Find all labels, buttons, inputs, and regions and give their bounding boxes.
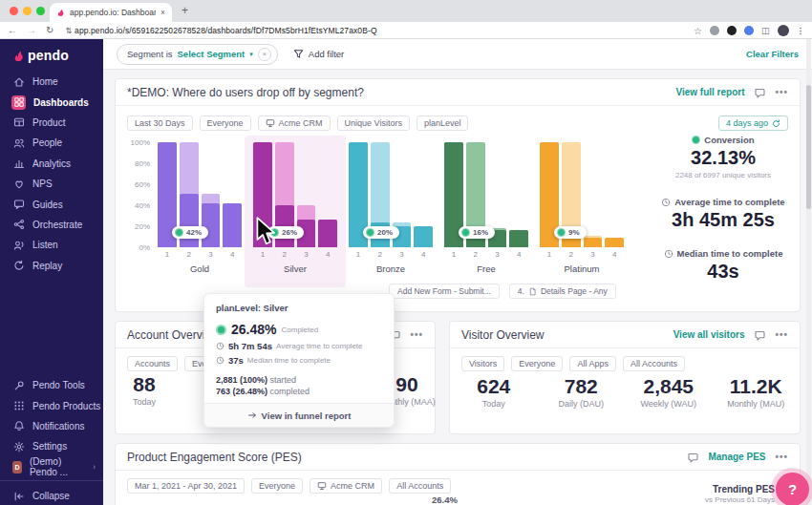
funnel-group-gold[interactable]: 42%1234Gold <box>152 142 247 274</box>
funnel-group-platinum[interactable]: 9%1234Platinum <box>534 142 630 274</box>
step-number: 1 <box>349 250 368 259</box>
step-number: 2 <box>275 250 294 259</box>
bar-step-value[interactable] <box>318 220 337 247</box>
conversion-badge: 16% <box>459 226 495 239</box>
tab-close-icon[interactable]: × <box>160 8 165 17</box>
funnel-bars: 26% <box>253 142 337 247</box>
sidebar-item-pendo-tools[interactable]: Pendo Tools <box>0 375 103 395</box>
sidebar-item-guides[interactable]: Guides <box>0 194 103 214</box>
bookmark-star-icon[interactable]: ☆ <box>694 26 702 36</box>
scrollbar-track[interactable] <box>806 39 811 505</box>
funnel-step-chip[interactable]: 4.Details Page - Any <box>509 284 616 299</box>
clear-filters-button[interactable]: Clear Filters <box>746 49 799 59</box>
sidebar-item-nps[interactable]: NPS <box>0 174 103 194</box>
step-number: 4 <box>414 250 433 259</box>
step-number: 2 <box>466 250 485 259</box>
bar-step-value[interactable] <box>414 226 433 247</box>
comment-icon[interactable] <box>754 329 765 341</box>
filter-chip[interactable]: All Apps <box>569 356 616 371</box>
comment-icon[interactable] <box>687 452 698 463</box>
url-text[interactable]: ⇅ app.pendo.io/s/6591622502678528/dashbo… <box>65 26 376 35</box>
window-zoom-button[interactable] <box>36 7 45 15</box>
conversion-badge: 42% <box>172 226 208 239</box>
sidebar-item-pendo-products[interactable]: Pendo Products <box>0 395 103 415</box>
bar-step-value[interactable] <box>605 238 624 247</box>
sidebar-item-dashboards[interactable]: Dashboards <box>0 92 103 112</box>
sidebar-item-demo-pendo[interactable]: D(Demo) Pendo ...› <box>0 457 103 477</box>
sidebar-item-people[interactable]: People <box>0 133 103 153</box>
dashboards-icon <box>11 95 26 110</box>
bar-step-value[interactable] <box>223 203 242 247</box>
green-dot-icon <box>557 228 566 237</box>
step-number-row: 1234 <box>158 250 242 259</box>
green-dot-icon <box>366 228 374 237</box>
segment-select[interactable]: Select Segment <box>178 49 246 59</box>
step-number: 4 <box>318 250 337 259</box>
funnel-step-chip[interactable]: Add New Form - Submit... <box>389 284 500 299</box>
extension-icon[interactable] <box>727 26 737 35</box>
sidebar-item-replay[interactable]: Replay <box>0 256 103 276</box>
browser-menu-icon[interactable]: ⋮ <box>797 26 805 35</box>
view-all-visitors-link[interactable]: View all visitors <box>673 329 745 340</box>
funnel-group-bronze[interactable]: 20%1234Bronze <box>343 142 438 274</box>
back-icon[interactable]: ← <box>8 25 17 35</box>
bar-step-value[interactable] <box>509 230 528 247</box>
sidebar-item-notifications[interactable]: Notifications <box>0 416 103 436</box>
new-tab-button[interactable]: + <box>182 4 188 17</box>
sidebar-item-home[interactable]: Home <box>0 72 103 92</box>
sidebar-item-listen[interactable]: Listen <box>0 235 103 255</box>
filter-chip[interactable]: Mar 1, 2021 - Apr 30, 2021 <box>127 478 245 494</box>
reload-icon[interactable]: ↻ <box>46 25 53 35</box>
sidebar-item-orchestrate[interactable]: Orchestrate <box>0 215 103 235</box>
more-options-icon[interactable]: ••• <box>775 452 788 462</box>
add-filter-button[interactable]: Add filter <box>293 49 345 59</box>
segment-filter-pill[interactable]: Segment is Select Segment ▾ × <box>117 44 278 65</box>
window-close-button[interactable] <box>10 7 18 15</box>
filter-chip[interactable]: Visitors <box>461 356 504 371</box>
extensions-puzzle-icon[interactable]: ◫ <box>761 26 770 35</box>
replay-icon <box>12 260 25 271</box>
bar-step-value[interactable] <box>584 238 603 247</box>
sidebar-item-settings[interactable]: Settings <box>0 436 103 456</box>
doc-icon <box>528 287 537 296</box>
filter-chip[interactable]: Everyone <box>511 356 563 371</box>
extension-icon[interactable] <box>744 26 754 35</box>
filter-chip[interactable]: Everyone <box>251 478 303 494</box>
sidebar-item-label: Listen <box>32 240 58 250</box>
y-axis-tick: 40% <box>135 201 150 210</box>
browser-profile-avatar[interactable] <box>778 25 789 36</box>
filter-chip[interactable]: Acme CRM <box>310 478 382 494</box>
filter-chip[interactable]: Accounts <box>127 356 178 371</box>
clock-icon <box>216 356 224 365</box>
filter-chip[interactable]: All Accounts <box>389 478 451 494</box>
conversion-sub: 2248 of 6997 unique visitors <box>651 171 796 179</box>
forward-icon[interactable]: → <box>27 25 36 35</box>
sidebar-collapse-button[interactable]: Collapse <box>0 486 103 505</box>
analytics-icon <box>12 158 25 169</box>
completed-dot-icon <box>216 325 226 335</box>
segment-clear-icon[interactable]: × <box>258 48 271 61</box>
more-options-icon[interactable]: ••• <box>410 329 423 340</box>
conversion-badge: 20% <box>363 226 399 239</box>
bar-step-value[interactable] <box>202 203 221 247</box>
pendo-logo[interactable]: pendo <box>12 48 69 63</box>
filter-chip[interactable]: All Accounts <box>623 356 685 371</box>
sidebar-item-product[interactable]: Product <box>0 113 103 133</box>
funnel-group-free[interactable]: 16%1234Free <box>438 142 534 274</box>
step-number: 4 <box>605 250 624 259</box>
tools-icon <box>12 380 25 391</box>
view-in-funnel-report-button[interactable]: View in funnel report <box>204 403 394 427</box>
visitor-stat: 624Today <box>450 375 538 409</box>
home-icon <box>12 76 25 88</box>
scrollbar-thumb[interactable] <box>806 85 811 209</box>
help-fab-button[interactable]: ? <box>776 473 809 505</box>
green-dot-icon <box>175 228 183 237</box>
sidebar-item-analytics[interactable]: Analytics <box>0 154 103 174</box>
window-minimize-button[interactable] <box>23 7 32 15</box>
manage-pes-link[interactable]: Manage PES <box>708 452 765 462</box>
extension-icon[interactable] <box>710 26 719 35</box>
more-options-icon[interactable]: ••• <box>775 329 788 340</box>
bar-step-value[interactable] <box>180 194 199 247</box>
browser-tab[interactable]: app.pendo.io: Dashboard × <box>50 3 172 22</box>
funnel-group-silver[interactable]: 26%1234Silver <box>247 142 343 274</box>
